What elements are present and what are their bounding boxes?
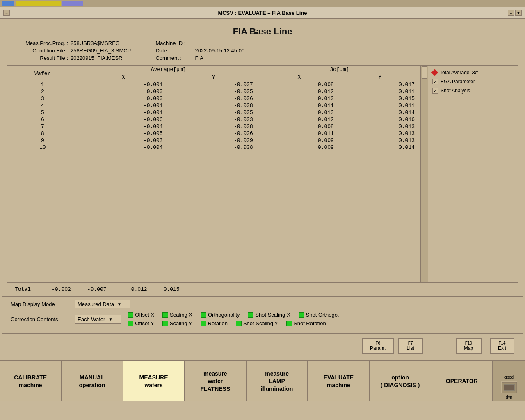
cb-label-scaling_y: Scaling Y xyxy=(170,320,192,326)
cb-box-shot_scaling_x xyxy=(248,312,253,318)
correction-dropdown[interactable]: Each Wafer ▼ xyxy=(75,315,121,324)
nav-btn-diagnosis[interactable]: option ( DIAGNOSIS ) xyxy=(370,361,431,401)
cb-label-shot_scaling_y: Shot Scaling Y xyxy=(243,320,278,326)
cell-avg-y: -0.008 xyxy=(169,102,259,109)
legend-panel: Total Average, 3σ ✓ EGA Parameter ✓ Shot… xyxy=(428,66,518,282)
maximize-button[interactable]: ▼ xyxy=(515,10,522,16)
correction-label: Correction Contents xyxy=(11,316,68,322)
side-icon xyxy=(501,381,517,393)
fkey-label: F14 xyxy=(498,341,506,345)
checkbox-shot_orthogo[interactable]: Shot Orthogo. xyxy=(299,312,339,318)
col-header-sig-y: Y xyxy=(340,73,420,81)
cell-wafer: 2 xyxy=(7,88,78,95)
checkbox-rotation[interactable]: Rotation xyxy=(201,320,228,326)
progress-blue xyxy=(2,1,14,6)
fkey-label: F6 xyxy=(370,341,386,345)
scrollbar[interactable] xyxy=(420,66,428,282)
main-window: FIA Base Line Meas.Proc.Prog. : 258USR3A… xyxy=(2,21,523,358)
cell-sig-y: 0.013 xyxy=(340,130,420,137)
cell-avg-x: -0.003 xyxy=(78,137,169,144)
nav-btn-manual[interactable]: MANUAL operation xyxy=(62,361,123,401)
table-row: 2 0.000 -0.005 0.012 0.011 xyxy=(7,88,420,95)
table-row: 9 -0.003 -0.009 0.009 0.013 xyxy=(7,137,420,144)
cell-sig-x: 0.013 xyxy=(259,109,340,116)
data-table-container: Wafer Average[μm] 3σ[μm] X Y X Y 1 -0.00… xyxy=(7,66,420,282)
cell-avg-y: -0.006 xyxy=(169,95,259,102)
checkbox-shot_rotation[interactable]: Shot Rotation xyxy=(286,320,326,326)
checkbox-scaling_y[interactable]: Scaling Y xyxy=(162,320,192,326)
checkbox-shot_scaling_y[interactable]: Shot Scaling Y xyxy=(236,320,278,326)
legend-shot-analysis[interactable]: ✓ Shot Analysis xyxy=(432,88,514,94)
cb-box-orthogonality xyxy=(201,312,206,318)
cell-avg-y: -0.003 xyxy=(169,116,259,123)
comment-label: Comment : xyxy=(155,55,192,61)
minimize-button[interactable]: ▲ xyxy=(508,10,514,16)
side-label-gped: gped xyxy=(504,375,514,379)
cell-avg-y: -0.008 xyxy=(169,144,259,151)
legend-total-average[interactable]: Total Average, 3σ xyxy=(432,70,514,75)
cell-avg-x: -0.004 xyxy=(78,123,169,130)
total-label: Total xyxy=(15,286,35,292)
cell-sig-y: 0.013 xyxy=(340,137,420,144)
cb-box-scaling_y xyxy=(162,321,168,326)
cell-sig-x: 0.009 xyxy=(259,137,340,144)
f6-button[interactable]: F6Param. xyxy=(362,338,394,354)
func-buttons: F6Param.F7ListF10MapF14Exit xyxy=(362,338,514,354)
date-value: 2022-09-15 12:45:00 xyxy=(195,48,244,54)
cb-label-offset_x: Offset X xyxy=(135,312,154,318)
legend-ega-parameter[interactable]: ✓ EGA Parameter xyxy=(432,79,514,84)
cell-wafer: 5 xyxy=(7,109,78,116)
checkbox-offset_x[interactable]: Offset X xyxy=(128,312,154,318)
table-row: 5 -0.001 -0.005 0.013 0.014 xyxy=(7,109,420,116)
checkbox-scaling_x[interactable]: Scaling X xyxy=(162,312,192,318)
map-display-label: Map Display Mode xyxy=(11,301,68,307)
fname-label: Map xyxy=(464,345,473,351)
cell-avg-x: -0.006 xyxy=(78,116,169,123)
total-avg-x: -0.002 xyxy=(52,286,71,292)
cell-avg-y: -0.008 xyxy=(169,123,259,130)
cell-sig-x: 0.010 xyxy=(259,95,340,102)
nav-btn-flatness[interactable]: measure wafer FLATNESS xyxy=(185,361,247,401)
cell-avg-y: -0.005 xyxy=(169,88,259,95)
cell-wafer: 4 xyxy=(7,102,78,109)
col-header-sig-x: X xyxy=(259,73,340,81)
nav-btn-lamp[interactable]: measure LAMP illumination xyxy=(247,361,308,401)
cell-sig-y: 0.013 xyxy=(340,123,420,130)
cell-sig-x: 0.012 xyxy=(259,88,340,95)
nav-btn-operator[interactable]: OPERATOR xyxy=(431,361,492,401)
cb-box-offset_x xyxy=(128,312,133,318)
f10-button[interactable]: F10Map xyxy=(456,338,482,354)
nav-btn-evaluate[interactable]: EVALUATE machine xyxy=(308,361,370,401)
checkbox-offset_y[interactable]: Offset Y xyxy=(128,320,154,326)
dropdown-arrow-icon: ▼ xyxy=(117,302,121,306)
cell-sig-x: 0.011 xyxy=(259,130,340,137)
nav-bar: CALIBRATE machineMANUAL operationMEASURE… xyxy=(0,360,525,401)
data-table: Wafer Average[μm] 3σ[μm] X Y X Y 1 -0.00… xyxy=(7,66,420,151)
checkbox-shot_scaling_x[interactable]: Shot Scaling X xyxy=(248,312,290,318)
f14-button[interactable]: F14Exit xyxy=(490,338,514,354)
cell-avg-y: -0.005 xyxy=(169,109,259,116)
fname-label: Param. xyxy=(370,345,386,351)
table-row: 4 -0.001 -0.008 0.011 0.011 xyxy=(7,102,420,109)
table-row: 6 -0.006 -0.003 0.012 0.016 xyxy=(7,116,420,123)
cell-wafer: 3 xyxy=(7,95,78,102)
meta-section: Meas.Proc.Prog. : 258USR3A$MSREG Conditi… xyxy=(2,40,523,65)
window-menu-button[interactable]: – xyxy=(3,10,10,16)
cell-avg-x: 0.000 xyxy=(78,88,169,95)
nav-btn-measure[interactable]: MEASURE wafers xyxy=(123,361,185,401)
nav-btn-calibrate[interactable]: CALIBRATE machine xyxy=(0,361,62,401)
legend-ega-label: EGA Parameter xyxy=(441,79,475,84)
scroll-thumb[interactable] xyxy=(422,66,427,79)
col-header-sigma-group: 3σ[μm] xyxy=(259,66,420,73)
fkey-label: F7 xyxy=(406,341,415,345)
cell-avg-x: -0.001 xyxy=(78,109,169,116)
table-row: 7 -0.004 -0.008 0.008 0.013 xyxy=(7,123,420,130)
total-avg-y: -0.007 xyxy=(87,286,107,292)
map-display-dropdown[interactable]: Measured Data ▼ xyxy=(75,300,130,308)
table-row: 1 -0.001 -0.007 0.008 0.017 xyxy=(7,81,420,88)
cell-avg-x: -0.004 xyxy=(78,144,169,151)
cell-sig-y: 0.015 xyxy=(340,95,420,102)
meta-left: Meas.Proc.Prog. : 258USR3A$MSREG Conditi… xyxy=(15,40,131,61)
f7-button[interactable]: F7List xyxy=(398,338,423,354)
checkbox-orthogonality[interactable]: Orthogonality xyxy=(201,312,240,318)
